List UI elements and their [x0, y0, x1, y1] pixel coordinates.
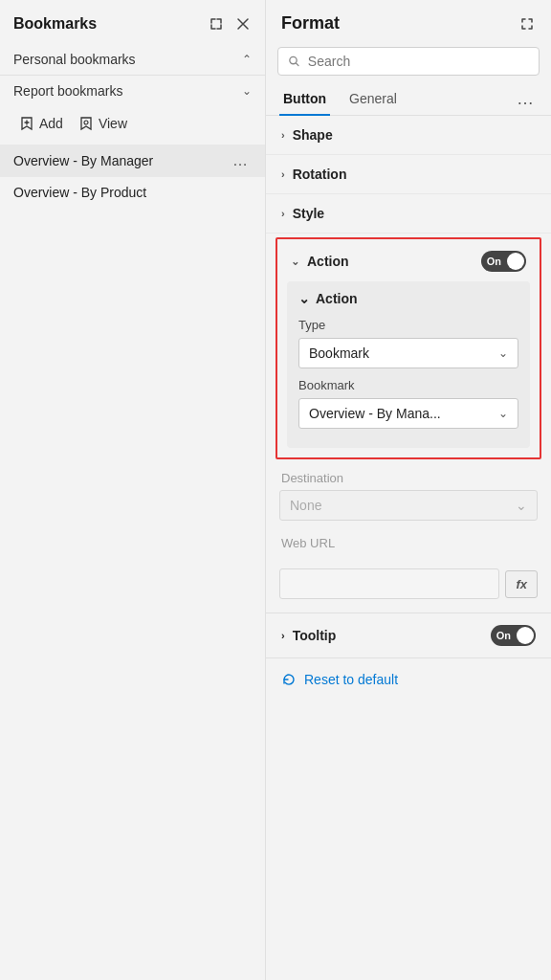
left-panel: Bookmarks Personal bookmarks ⌃ Report bo… — [0, 0, 266, 980]
action-section: ⌄ Action On ⌄ Action Type Bookmark ⌄ Boo… — [276, 237, 541, 459]
tabs-more-icon[interactable]: … — [513, 87, 538, 111]
destination-value: None — [290, 498, 321, 513]
toggle-knob — [507, 253, 524, 270]
style-chevron-right-icon: › — [281, 208, 285, 219]
fx-button[interactable]: fx — [505, 570, 538, 598]
action-section-header[interactable]: ⌄ Action On — [277, 239, 540, 281]
personal-bookmarks-label: Personal bookmarks — [13, 52, 136, 67]
bookmark-item-manager[interactable]: Overview - By Manager … — [0, 145, 265, 177]
action-label: Action — [307, 254, 349, 269]
shape-section[interactable]: › Shape — [266, 116, 551, 155]
action-chevron-down-icon: ⌄ — [291, 256, 299, 268]
search-icon — [288, 55, 300, 68]
rotation-chevron-right-icon: › — [281, 168, 285, 180]
bookmark-field-label: Bookmark — [298, 378, 518, 392]
format-title: Format — [281, 13, 340, 33]
bookmark-actions: Add View — [0, 106, 265, 145]
search-input[interactable] — [308, 54, 529, 69]
reset-label: Reset to default — [304, 672, 398, 687]
rotation-section[interactable]: › Rotation — [266, 155, 551, 194]
bookmark-dropdown[interactable]: Overview - By Mana... ⌄ — [298, 398, 518, 429]
tooltip-section[interactable]: › Tooltip On — [266, 612, 551, 657]
bookmark-item-manager-label: Overview - By Manager — [13, 153, 229, 168]
destination-arrow-icon: ⌄ — [516, 498, 527, 513]
tooltip-label: Tooltip — [293, 628, 337, 643]
action-header-left: ⌄ Action — [291, 254, 349, 269]
close-icon[interactable] — [234, 15, 252, 33]
inner-action-header[interactable]: ⌄ Action — [298, 291, 518, 306]
weburl-label: Web URL — [279, 536, 538, 550]
type-dropdown-value: Bookmark — [309, 345, 369, 361]
reset-icon — [281, 672, 297, 687]
shape-label: Shape — [293, 127, 333, 143]
search-box[interactable] — [277, 47, 540, 76]
rotation-label: Rotation — [293, 167, 347, 182]
personal-chevron-down-icon: ⌃ — [242, 53, 252, 66]
tooltip-chevron-right-icon: › — [281, 630, 285, 641]
destination-group: Destination None ⌄ — [279, 471, 538, 521]
style-label: Style — [293, 206, 324, 221]
inner-action-card: ⌄ Action Type Bookmark ⌄ Bookmark Overvi… — [287, 281, 530, 448]
add-bookmark-label: Add — [39, 116, 63, 131]
bookmark-dropdown-arrow-icon: ⌄ — [498, 407, 508, 420]
destination-label: Destination — [279, 471, 538, 485]
destination-dropdown: None ⌄ — [279, 490, 538, 521]
tooltip-left: › Tooltip — [281, 628, 336, 643]
view-bookmark-label: View — [99, 116, 127, 131]
tab-general[interactable]: General — [345, 83, 401, 116]
panel-header-icons — [208, 15, 252, 33]
svg-point-0 — [84, 121, 88, 124]
bookmark-item-manager-more[interactable]: … — [229, 152, 252, 169]
type-field-label: Type — [298, 318, 518, 332]
personal-bookmarks-header[interactable]: Personal bookmarks ⌃ — [0, 44, 265, 75]
tab-button[interactable]: Button — [279, 83, 330, 116]
tooltip-toggle-knob — [517, 627, 534, 644]
inner-action-label: Action — [316, 291, 358, 306]
view-bookmark-button[interactable]: View — [73, 112, 133, 135]
add-bookmark-button[interactable]: Add — [13, 112, 69, 135]
report-chevron-up-icon: ⌄ — [242, 84, 252, 98]
tooltip-toggle-label: On — [493, 630, 515, 641]
report-bookmarks-label: Report bookmarks — [13, 83, 122, 99]
style-section[interactable]: › Style — [266, 194, 551, 234]
format-expand-icon[interactable] — [518, 15, 536, 33]
type-dropdown-arrow-icon: ⌄ — [498, 346, 508, 360]
shape-chevron-right-icon: › — [281, 129, 285, 141]
expand-icon[interactable] — [208, 15, 225, 33]
weburl-row: fx — [279, 568, 538, 599]
panel-header: Bookmarks — [0, 0, 265, 44]
right-panel: Format Button General … › Shape › Rotati… — [266, 0, 551, 980]
inner-chevron-down-icon: ⌄ — [298, 291, 310, 306]
weburl-input[interactable] — [279, 568, 499, 599]
report-bookmarks-header[interactable]: Report bookmarks ⌄ — [0, 76, 265, 106]
bookmark-dropdown-value: Overview - By Mana... — [309, 406, 441, 421]
weburl-group: Web URL — [279, 536, 538, 555]
tabs-row: Button General … — [266, 83, 551, 116]
right-header: Format — [266, 0, 551, 43]
bookmark-item-product-label: Overview - By Product — [13, 185, 252, 200]
reset-button[interactable]: Reset to default — [266, 657, 551, 701]
type-dropdown[interactable]: Bookmark ⌄ — [298, 338, 518, 368]
tooltip-toggle[interactable]: On — [491, 625, 536, 646]
svg-point-1 — [290, 56, 297, 63]
action-toggle[interactable]: On — [481, 251, 526, 272]
action-toggle-label: On — [483, 256, 505, 267]
panel-title: Bookmarks — [13, 15, 97, 33]
bookmark-item-product[interactable]: Overview - By Product — [0, 177, 265, 208]
